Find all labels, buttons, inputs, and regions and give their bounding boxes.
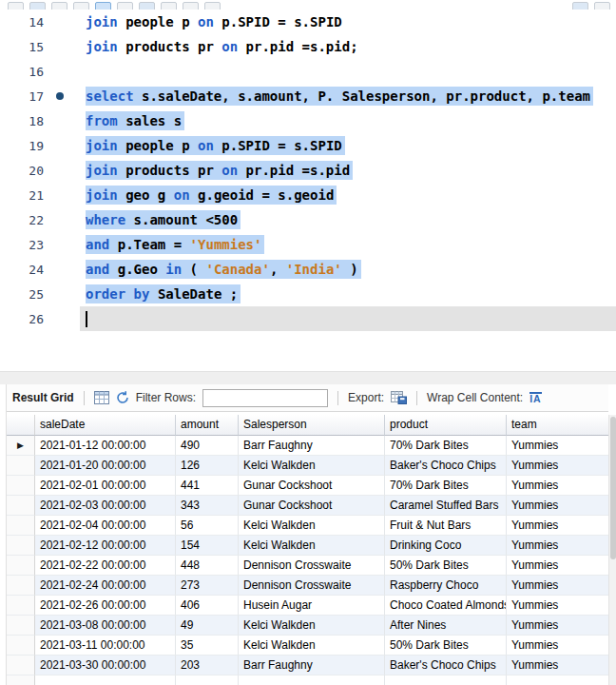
cell[interactable]: 2021-02-22 00:00:00	[35, 556, 176, 576]
row-selector[interactable]: ▶	[7, 436, 35, 456]
cell[interactable]: Yummies	[507, 596, 609, 616]
toolbar-icon[interactable]	[117, 2, 133, 10]
column-header-team[interactable]: team	[507, 415, 609, 436]
row-selector[interactable]	[7, 536, 35, 556]
cell[interactable]: After Nines	[385, 616, 507, 636]
cell[interactable]: 2021-02-26 00:00:00	[35, 596, 176, 616]
column-header-Salesperson[interactable]: Salesperson	[239, 415, 385, 436]
cell[interactable]: Yummies	[507, 536, 609, 556]
cell[interactable]: Drinking Coco	[385, 536, 507, 556]
toolbar-icon[interactable]	[572, 2, 588, 10]
cell[interactable]: 35	[176, 636, 239, 656]
cell[interactable]: 448	[176, 556, 239, 576]
cell[interactable]: 49	[176, 616, 239, 636]
table-row[interactable]: 2021-02-04 00:00:0056Kelci WalkdenFruit …	[7, 516, 608, 536]
cell[interactable]: Gunar Cockshoot	[239, 476, 385, 496]
cell[interactable]: Kelci Walkden	[239, 456, 385, 476]
cell[interactable]: 2021-02-04 00:00:00	[35, 516, 176, 536]
code-text[interactable]: select s.saleDate, s.amount, P. Salesper…	[80, 84, 616, 108]
table-row[interactable]: ▶2021-01-12 00:00:00490Barr Faughny70% D…	[7, 436, 608, 456]
toolbar-icon[interactable]	[51, 2, 67, 10]
sql-editor[interactable]: 14join people p on p.SPID = s.SPID15join…	[0, 10, 616, 371]
table-row[interactable]: 2021-03-08 00:00:0049Kelci WalkdenAfter …	[7, 616, 608, 636]
cell[interactable]: 50% Dark Bites	[385, 556, 507, 576]
code-text[interactable]	[80, 306, 616, 331]
cell[interactable]: Dennison Crosswaite	[239, 576, 385, 596]
code-text[interactable]: join people p on p.SPID = s.SPID	[80, 10, 616, 34]
row-selector[interactable]	[7, 616, 35, 636]
row-selector[interactable]	[7, 596, 35, 616]
table-row[interactable]: 2021-02-24 00:00:00273Dennison Crosswait…	[7, 576, 608, 596]
cell[interactable]: Gunar Cockshoot	[239, 496, 385, 516]
cell[interactable]: 490	[176, 436, 239, 456]
toolbar-icon[interactable]	[8, 2, 24, 10]
refresh-icon[interactable]	[116, 391, 129, 404]
code-text[interactable]: and p.Team = 'Yummies'	[80, 232, 616, 257]
table-row[interactable]: 2021-02-03 00:00:00343Gunar CockshootCar…	[7, 496, 608, 516]
cell[interactable]: Kelci Walkden	[239, 536, 385, 556]
cell[interactable]: 56	[176, 516, 239, 536]
cell[interactable]: Husein Augar	[239, 596, 385, 616]
cell[interactable]: 50% Dark Bites	[385, 636, 507, 656]
panel-splitter[interactable]	[0, 371, 616, 384]
cell[interactable]: Choco Coated Almonds	[385, 596, 507, 616]
cell[interactable]: Yummies	[507, 436, 609, 456]
cell[interactable]: 2021-02-03 00:00:00	[35, 496, 176, 516]
result-grid-scrollbar[interactable]	[608, 415, 616, 685]
table-row[interactable]: 2021-02-26 00:00:00406Husein AugarChoco …	[7, 596, 608, 616]
cell[interactable]: Kelci Walkden	[239, 616, 385, 636]
code-text[interactable]: from sales s	[80, 108, 616, 133]
cell[interactable]: Baker's Choco Chips	[385, 456, 507, 476]
row-selector[interactable]	[7, 516, 35, 536]
scrollbar-thumb[interactable]	[610, 417, 616, 559]
toolbar-icon[interactable]	[139, 2, 155, 10]
toolbar-icon[interactable]	[183, 2, 199, 10]
code-text[interactable]: join geo g on g.geoid = s.geoid	[80, 183, 616, 207]
row-selector[interactable]	[7, 456, 35, 476]
row-selector[interactable]	[7, 656, 35, 675]
toolbar-icon[interactable]	[73, 2, 89, 10]
cell[interactable]: Yummies	[507, 636, 609, 656]
code-text[interactable]: order by SaleDate ;	[80, 282, 616, 306]
cell[interactable]: Yummies	[507, 616, 609, 636]
cell[interactable]: Yummies	[507, 496, 609, 516]
cell[interactable]: Yummies	[507, 476, 609, 496]
column-header-amount[interactable]: amount	[176, 415, 239, 436]
wrap-cell-content-icon[interactable]: IA	[529, 392, 542, 404]
cell[interactable]: 343	[176, 496, 239, 516]
cell[interactable]: 126	[176, 456, 239, 476]
toolbar-icon[interactable]	[204, 2, 221, 10]
row-selector[interactable]	[7, 476, 35, 496]
cell[interactable]: Yummies	[507, 556, 609, 576]
cell[interactable]: Yummies	[507, 576, 609, 596]
cell[interactable]: 70% Dark Bites	[385, 436, 507, 456]
cell[interactable]: Fruit & Nut Bars	[385, 516, 507, 536]
filter-rows-input[interactable]	[202, 389, 328, 407]
cell[interactable]: 2021-03-11 00:00:00	[35, 636, 176, 656]
cell[interactable]: 2021-03-30 00:00:00	[35, 656, 176, 675]
cell[interactable]: Barr Faughny	[239, 436, 385, 456]
cell[interactable]: 2021-01-20 00:00:00	[35, 456, 176, 476]
column-header-product[interactable]: product	[385, 415, 507, 436]
table-row[interactable]: 2021-02-22 00:00:00448Dennison Crosswait…	[7, 556, 608, 576]
code-text[interactable]: where s.amount <500	[80, 207, 616, 232]
column-header-saleDate[interactable]: saleDate	[35, 415, 176, 436]
cell[interactable]: Kelci Walkden	[239, 516, 385, 536]
toolbar-icon[interactable]	[29, 2, 46, 10]
cell[interactable]: 273	[176, 576, 239, 596]
cell[interactable]: 441	[176, 476, 239, 496]
grid-view-icon[interactable]	[94, 391, 109, 404]
table-row[interactable]: 2021-03-30 00:00:00203Barr FaughnyBaker'…	[7, 656, 608, 675]
cell[interactable]: Barr Faughny	[239, 656, 385, 675]
code-text[interactable]: join people p on p.SPID = s.SPID	[80, 133, 616, 158]
row-selector[interactable]	[7, 636, 35, 656]
cell[interactable]: 406	[176, 596, 239, 616]
table-row[interactable]: 2021-01-20 00:00:00126Kelci WalkdenBaker…	[7, 456, 608, 476]
cell[interactable]: Yummies	[507, 656, 609, 675]
cell[interactable]: Yummies	[507, 456, 609, 476]
code-text[interactable]: and g.Geo in ( 'Canada', 'India' )	[80, 257, 616, 282]
cell[interactable]: 203	[176, 656, 239, 675]
cell[interactable]: Raspberry Choco	[385, 576, 507, 596]
code-text[interactable]: join products pr on pr.pid =s.pid	[80, 158, 616, 183]
code-text[interactable]: join products pr on pr.pid =s.pid;	[80, 34, 616, 59]
